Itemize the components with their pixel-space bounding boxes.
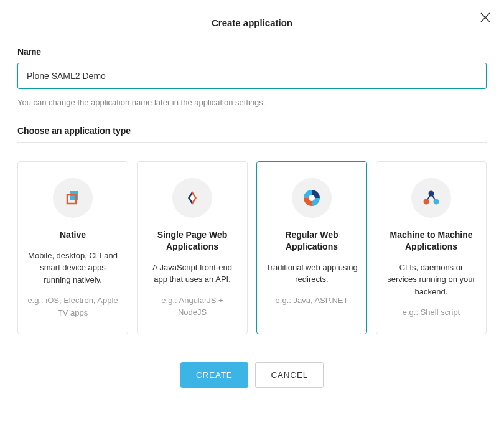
svg-point-7 [309,195,315,201]
modal-footer: CREATE CANCEL [17,362,487,388]
modal-title: Create application [17,17,487,28]
app-type-spa[interactable]: Single Page Web Applications A JavaScrip… [137,161,248,334]
name-input[interactable] [17,63,487,89]
app-type-m2m[interactable]: Machine to Machine Applications CLIs, da… [376,161,487,334]
svg-point-11 [424,199,429,205]
close-button[interactable] [480,12,490,24]
app-type-native[interactable]: Native Mobile, desktop, CLI and smart de… [17,161,128,334]
app-type-cards: Native Mobile, desktop, CLI and smart de… [17,161,487,334]
create-application-modal: Create application Name You can change t… [0,0,504,405]
card-title: Machine to Machine Applications [385,229,477,253]
cancel-button[interactable]: CANCEL [255,362,324,388]
regular-web-icon [292,178,332,218]
card-desc: Mobile, desktop, CLI and smart device ap… [27,250,119,286]
app-type-label: Choose an application type [17,126,487,136]
card-example: e.g.: Shell script [385,306,477,319]
name-help-text: You can change the application name late… [17,98,487,107]
card-title: Native [27,229,119,241]
card-desc: CLIs, daemons or services running on you… [385,261,477,298]
svg-point-12 [434,199,439,205]
card-title: Regular Web Applications [266,229,358,253]
card-title: Single Page Web Applications [146,229,238,253]
card-example: e.g.: Java, ASP.NET [266,294,358,307]
app-type-regular-web[interactable]: Regular Web Applications Traditional web… [256,161,367,334]
card-desc: A JavaScript front-end app that uses an … [146,261,238,286]
card-example: e.g.: iOS, Electron, Apple TV apps [27,294,119,319]
close-icon [480,12,490,22]
svg-point-10 [429,191,434,197]
m2m-icon [411,178,451,218]
name-label: Name [17,47,487,57]
native-icon [53,178,93,218]
create-button[interactable]: CREATE [180,362,248,388]
card-example: e.g.: AngularJS + NodeJS [146,294,238,319]
section-divider [17,142,487,143]
card-desc: Traditional web app using redirects. [266,261,358,286]
spa-icon [172,178,212,218]
